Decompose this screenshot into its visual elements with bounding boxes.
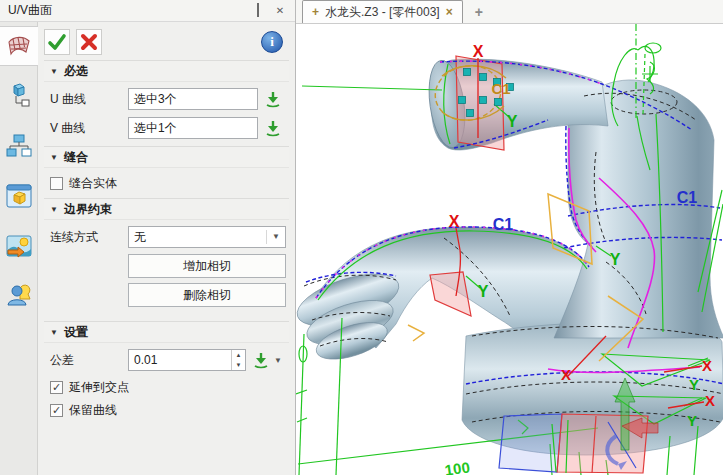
v-pick-arrow-icon[interactable] <box>264 119 282 137</box>
remove-tangent-label: 删除相切 <box>183 287 231 304</box>
c1-label-blue: C1 <box>677 189 698 206</box>
uv-surface-panel: U/V曲面 ✕ <box>0 0 296 475</box>
c1-label-blue: C1 <box>493 216 514 233</box>
x-axis-label: X <box>705 392 715 409</box>
add-tangent-label: 增加相切 <box>183 258 231 275</box>
y-axis-label: Y <box>507 113 518 130</box>
y-axis-label: Y <box>610 251 621 268</box>
uv-surface-form: i ▼ 必选 U 曲线 选中3个 V 曲线 选中1个 ▼ <box>38 22 295 475</box>
v-curves-input[interactable]: 选中1个 <box>128 117 258 139</box>
float-panel-icon[interactable] <box>251 5 265 17</box>
tab-faucet-part[interactable]: + 水龙头.Z3 - [零件003] × <box>302 0 463 23</box>
user-icon <box>6 283 32 309</box>
tolerance-value: 0.01 <box>134 353 157 367</box>
panel-titlebar: U/V曲面 ✕ <box>0 0 295 22</box>
collapse-triangle-icon: ▼ <box>50 67 58 76</box>
collapse-triangle-icon: ▼ <box>50 328 58 337</box>
panel-title: U/V曲面 <box>8 2 243 19</box>
tab-close-icon[interactable]: × <box>446 5 453 19</box>
y-axis-label: Y <box>478 283 489 300</box>
tolerance-pick-arrow-icon[interactable] <box>252 351 270 369</box>
u-pick-arrow-icon[interactable] <box>264 90 282 108</box>
bottom-plane-blue <box>499 414 562 472</box>
y-axis-label: Y <box>687 412 697 429</box>
sidebar-item-history-manager[interactable] <box>0 126 38 166</box>
section-settings[interactable]: ▼ 设置 <box>44 321 289 343</box>
tolerance-spinner[interactable]: ▲▼ <box>231 350 245 370</box>
u-curves-value: 选中3个 <box>134 91 177 108</box>
sidebar-item-solid-manager[interactable] <box>0 76 38 116</box>
tolerance-input[interactable]: 0.01 ▲▼ <box>128 349 246 371</box>
sew-entity-checkbox[interactable] <box>50 177 63 190</box>
v-curves-label: V 曲线 <box>50 120 128 137</box>
document-tabbar: + 水龙头.Z3 - [零件003] × + <box>296 0 723 24</box>
keep-curves-label: 保留曲线 <box>69 402 117 419</box>
x-axis-label: X <box>473 43 484 60</box>
add-tangent-button[interactable]: 增加相切 <box>128 254 286 278</box>
u-curves-label: U 曲线 <box>50 91 128 108</box>
sew-entity-label: 缝合实体 <box>69 175 117 192</box>
collapse-triangle-icon: ▼ <box>50 205 58 214</box>
uv-surface-icon <box>6 34 32 58</box>
sidebar-item-role[interactable] <box>0 276 38 316</box>
section-sew[interactable]: ▼ 缝合 <box>44 146 289 168</box>
section-boundary-title: 边界约束 <box>64 201 112 218</box>
x-axis-label: X <box>561 366 571 383</box>
tab-plus-icon: + <box>312 5 319 19</box>
3d-viewport[interactable]: X C1 Y X C1 Y Y C1 X X Y X Y 100 <box>296 24 723 475</box>
v-curves-value: 选中1个 <box>134 120 177 137</box>
image-icon <box>6 234 32 258</box>
extend-row: ✓ 延伸到交点 <box>50 379 289 395</box>
c1-label-gold: C1 <box>491 80 510 97</box>
sidebar-item-render[interactable] <box>0 226 38 266</box>
remove-tangent-button[interactable]: 删除相切 <box>128 283 286 307</box>
tab-title: 水龙头.Z3 - [零件003] <box>325 4 440 21</box>
cross-icon <box>80 33 98 51</box>
collapse-triangle-icon: ▼ <box>50 153 58 162</box>
hierarchy-icon <box>6 134 32 158</box>
sew-entity-row: 缝合实体 <box>50 175 289 191</box>
sidebar-item-visual-manager[interactable] <box>0 176 38 216</box>
dimension-text: 100 <box>444 458 471 475</box>
section-required[interactable]: ▼ 必选 <box>44 60 289 82</box>
ok-button[interactable] <box>44 29 70 55</box>
extend-label: 延伸到交点 <box>69 379 129 396</box>
solid-tree-icon <box>7 83 31 109</box>
extend-checkbox[interactable]: ✓ <box>50 381 63 394</box>
y-axis-label: Y <box>689 376 699 393</box>
check-icon <box>47 32 67 52</box>
keep-curves-row: ✓ 保留曲线 <box>50 402 289 418</box>
cancel-button[interactable] <box>76 29 102 55</box>
tolerance-label: 公差 <box>50 352 128 369</box>
sidebar-item-uv-surface[interactable] <box>0 26 38 66</box>
faucet-model-canvas: X C1 Y X C1 Y Y C1 X X Y X Y 100 <box>296 24 723 475</box>
close-panel-icon[interactable]: ✕ <box>273 5 287 17</box>
keep-curves-checkbox[interactable]: ✓ <box>50 404 63 417</box>
cube-window-icon <box>6 184 32 208</box>
chevron-down-icon[interactable]: ▼ <box>274 356 282 365</box>
new-tab-button[interactable]: + <box>475 4 483 23</box>
info-button[interactable]: i <box>261 31 283 53</box>
section-sew-title: 缝合 <box>64 149 88 166</box>
section-required-title: 必选 <box>64 63 88 80</box>
x-axis-label: X <box>702 357 712 374</box>
continuity-select[interactable]: 无 ▼ <box>128 226 286 248</box>
zw3d-window: U/V曲面 ✕ <box>0 0 723 475</box>
continuity-value: 无 <box>134 229 146 246</box>
section-settings-title: 设置 <box>64 324 88 341</box>
chevron-down-icon: ▼ <box>266 230 280 244</box>
x-axis-label: X <box>449 213 460 230</box>
manager-icon-strip <box>0 22 38 475</box>
section-boundary[interactable]: ▼ 边界约束 <box>44 198 289 220</box>
continuity-label: 连续方式 <box>50 229 128 246</box>
u-curves-input[interactable]: 选中3个 <box>128 88 258 110</box>
